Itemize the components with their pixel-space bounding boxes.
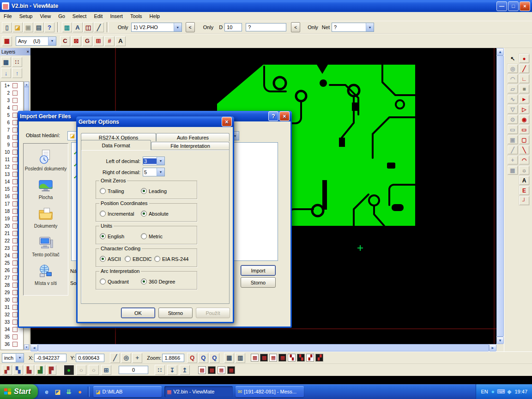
print-icon[interactable]: ▤ <box>34 22 44 32</box>
radio-english[interactable]: English <box>100 233 141 239</box>
layer-color-swatch[interactable] <box>12 231 18 236</box>
radio-trailing[interactable]: Trailing <box>100 188 141 194</box>
origin-icon[interactable]: + <box>132 353 142 363</box>
layer-color-swatch[interactable] <box>12 342 18 347</box>
layer-color-swatch[interactable] <box>12 209 18 214</box>
radio-360-degree[interactable]: 360 Degree <box>141 278 175 284</box>
scroll-up-icon[interactable]: ▲ <box>496 48 504 55</box>
film-pattern-icon-3[interactable]: ▦ <box>269 354 277 362</box>
slope-tool-icon[interactable]: ╱ <box>507 145 518 155</box>
layer-move-down-icon[interactable]: ↓ <box>1 68 11 78</box>
layer-color-swatch[interactable] <box>12 216 18 221</box>
film-pattern-icon-6[interactable]: ▚ <box>297 354 305 362</box>
layer-color-swatch[interactable] <box>12 238 18 243</box>
new-file-icon[interactable]: ▯ <box>2 22 12 32</box>
task-viewmate[interactable]: ▦V2.bin - ViewMate <box>164 386 233 397</box>
open-file-icon[interactable]: ◪ <box>12 22 23 32</box>
right-decimal-arrow-icon[interactable]: ▼ <box>157 168 164 176</box>
filter-g-button[interactable]: G <box>82 36 92 46</box>
prev-dcode-button[interactable]: < <box>291 22 300 32</box>
place-desktop[interactable]: Plocha <box>24 174 68 203</box>
vscroll-thumb[interactable] <box>496 55 504 337</box>
film-pattern-icon-1[interactable]: ▩ <box>251 354 259 362</box>
film-pattern-icon-7[interactable]: ▞ <box>306 354 314 362</box>
only-dcode-label[interactable]: Only <box>203 24 214 30</box>
selection-grid-icon[interactable]: ▦ <box>2 36 12 46</box>
scroll-right-icon[interactable]: ► <box>489 344 496 351</box>
net-combo[interactable]: ? ▼ <box>332 23 374 32</box>
arc-probe-tool-icon[interactable]: ◠ <box>507 74 518 84</box>
radio-ascii[interactable]: ASCII <box>100 256 125 262</box>
task-message[interactable]: ✉[191-482-091] - Mess... <box>236 386 304 397</box>
layer-color-swatch[interactable] <box>12 91 18 96</box>
units-combo-arrow-icon[interactable]: ▼ <box>16 354 24 362</box>
menu-view[interactable]: View <box>36 12 54 21</box>
import-button[interactable]: Import <box>241 265 276 276</box>
layer-options-icon[interactable]: ∷ <box>12 57 22 67</box>
center-view-icon[interactable]: ◎ <box>121 353 131 363</box>
dcode-value-field[interactable]: 10 <box>224 23 242 31</box>
only-net-label[interactable]: Only <box>308 24 318 30</box>
view-pattern-icon-1[interactable]: ▩ <box>198 366 206 374</box>
layer-row-3[interactable]: 3 <box>1 97 23 104</box>
rectangle-tool-icon[interactable]: ▭ <box>519 125 530 134</box>
box-tool-icon[interactable]: ▭ <box>507 125 518 134</box>
grid-style-icon[interactable]: ▥ <box>235 353 245 363</box>
radio-ebcdic[interactable]: EBCDIC <box>125 256 154 262</box>
layer-color-swatch[interactable] <box>12 105 18 110</box>
layer-combo[interactable]: 1) V2.PHO ▼ <box>131 23 182 32</box>
corner-tool-icon[interactable]: ┘ <box>519 196 530 206</box>
maximize-button[interactable]: □ <box>508 1 519 11</box>
film-pattern-icon-5[interactable]: ▚ <box>288 354 296 362</box>
layer-color-swatch[interactable] <box>12 83 18 88</box>
square-tool-icon[interactable]: ■ <box>519 84 530 94</box>
ie-icon[interactable]: e <box>42 387 51 396</box>
layers-panel-close-icon[interactable]: × <box>27 49 29 54</box>
view-pattern-icon-2[interactable]: ▩ <box>208 366 216 374</box>
any-filter-combo[interactable]: Any(U) ▼ <box>16 36 56 46</box>
highlight-pairs-icon[interactable]: ◫ <box>83 22 93 32</box>
tab-data-format[interactable]: Data Format <box>81 140 151 150</box>
view-pattern-icon-4[interactable]: ▦ <box>227 366 235 374</box>
apply-button[interactable]: Použít <box>196 308 230 318</box>
table-icon[interactable]: ⊞ <box>101 365 111 375</box>
menu-edit[interactable]: Edit <box>90 12 106 21</box>
layer-row-1[interactable]: 1+ <box>1 82 23 89</box>
settings-tool-icon[interactable]: ☼ <box>519 165 530 175</box>
place-network-places[interactable]: Místa v síti <box>24 260 68 289</box>
text-tool-icon[interactable]: A <box>519 175 530 185</box>
snap-down-icon[interactable]: ↧ <box>167 365 177 375</box>
layer-scroll-up-icon[interactable]: ▲ <box>24 82 29 87</box>
layer-color-swatch[interactable] <box>12 135 18 140</box>
fill-tool-icon[interactable]: ▣ <box>507 135 518 145</box>
gerber-cancel-button[interactable]: Storno <box>158 308 193 318</box>
close-button[interactable]: × <box>520 1 530 11</box>
layer-color-swatch[interactable] <box>12 327 18 332</box>
obround-tool-icon[interactable]: ▢ <box>519 135 530 145</box>
layer-color-swatch[interactable] <box>12 334 18 339</box>
layer-row-2[interactable]: 2 <box>1 89 23 97</box>
filter-c-button[interactable]: C <box>60 36 70 46</box>
download-arrows-icon[interactable]: ⇊ <box>65 387 73 396</box>
filter-text-button[interactable]: A <box>115 36 126 46</box>
rotate-icon[interactable]: ▟ <box>35 365 45 375</box>
outline-tool-icon[interactable]: ▷ <box>519 104 530 114</box>
browser-icon[interactable]: ● <box>76 387 84 396</box>
task-mlab[interactable]: ◪D:\MLAB <box>93 386 162 397</box>
layer-color-swatch[interactable] <box>12 297 18 302</box>
gerber-dialog-close-button[interactable]: × <box>222 117 232 127</box>
tab-auto-features[interactable]: Auto Features <box>156 133 230 141</box>
zoom-window-icon[interactable]: Q <box>198 353 208 363</box>
zoom-out-icon[interactable]: Q <box>209 353 219 363</box>
menu-insert[interactable]: Insert <box>106 12 127 21</box>
left-decimal-arrow-icon[interactable]: ▼ <box>157 157 164 165</box>
tray-language[interactable]: EN <box>481 389 488 394</box>
film-pattern-icon-4[interactable]: ▦ <box>278 354 286 362</box>
save-icon[interactable]: ▣ <box>23 22 33 32</box>
scroll-left-icon[interactable]: ◄ <box>30 344 38 351</box>
target-tool-icon[interactable]: ◉ <box>519 115 530 124</box>
parallelogram-tool-icon[interactable]: ▱ <box>507 84 518 94</box>
layer-color-swatch[interactable] <box>12 98 18 103</box>
layer-color-swatch[interactable] <box>12 320 18 325</box>
layer-color-swatch[interactable] <box>12 142 18 147</box>
